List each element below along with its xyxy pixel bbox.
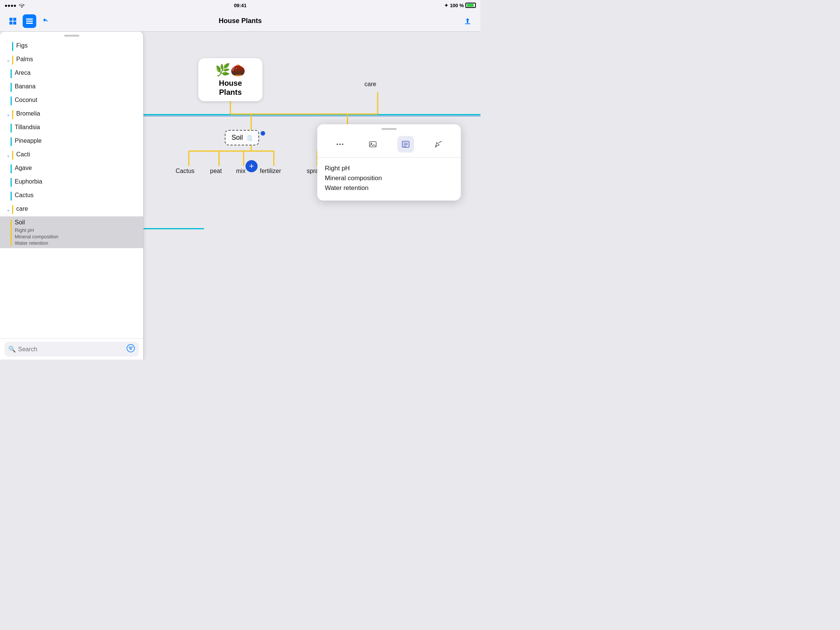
svg-point-29 bbox=[339, 144, 341, 145]
popup-text-button[interactable] bbox=[397, 136, 414, 153]
svg-rect-31 bbox=[369, 142, 376, 147]
areca-bar bbox=[11, 69, 12, 78]
svg-line-37 bbox=[439, 141, 442, 143]
sidebar-item-agave[interactable]: Agave bbox=[0, 162, 143, 175]
wifi-icon bbox=[19, 2, 25, 9]
coconut-label: Coconut bbox=[15, 96, 37, 104]
root-node[interactable]: 🌿🌰 HousePlants bbox=[198, 58, 262, 101]
soil-sub-3: Water retention bbox=[15, 240, 58, 246]
cactus-label: Cactus bbox=[15, 191, 34, 199]
canvas-area[interactable]: 🌿🌰 HousePlants care Soil 🗒️ + Watering C… bbox=[144, 32, 480, 360]
areca-label: Areca bbox=[15, 69, 31, 77]
search-icon: 🔍 bbox=[8, 346, 16, 353]
mix-child-label[interactable]: mix bbox=[236, 168, 245, 175]
cactus-bar bbox=[11, 191, 12, 201]
sidebar-panel: › Figs ⌄ Palms Areca Banana bbox=[0, 32, 144, 360]
soil-bar bbox=[11, 219, 12, 246]
sidebar-item-cactus[interactable]: Cactus bbox=[0, 189, 143, 203]
filter-icon[interactable] bbox=[126, 344, 135, 354]
fertilizer-child-label[interactable]: fertilizer bbox=[260, 168, 281, 175]
cyan-divider-top bbox=[144, 114, 480, 115]
sidebar-item-bromelia[interactable]: ⌄ Bromelia bbox=[0, 107, 143, 121]
bromelia-label: Bromelia bbox=[16, 110, 40, 118]
sidebar-item-cacti[interactable]: ⌄ Cacti bbox=[0, 148, 143, 162]
svg-point-30 bbox=[342, 144, 343, 145]
popup-handle bbox=[382, 128, 396, 130]
soil-sub-1: Right pH bbox=[15, 227, 58, 233]
svg-point-28 bbox=[336, 144, 338, 145]
grid-view-button[interactable] bbox=[6, 14, 20, 28]
sidebar-item-pineapple[interactable]: Pineapple bbox=[0, 135, 143, 148]
toolbar-right bbox=[461, 14, 474, 28]
main-content: › Figs ⌄ Palms Areca Banana bbox=[0, 32, 480, 360]
agave-bar bbox=[11, 164, 12, 174]
cyan-divider-bottom bbox=[144, 228, 204, 229]
root-label: HousePlants bbox=[204, 79, 256, 97]
popup-item-right-ph[interactable]: Right pH bbox=[325, 164, 453, 174]
sidebar-item-coconut[interactable]: Coconut bbox=[0, 94, 143, 107]
search-input[interactable] bbox=[18, 346, 124, 353]
svg-rect-2 bbox=[9, 22, 13, 25]
peat-child-label[interactable]: peat bbox=[210, 168, 222, 175]
palms-bar bbox=[12, 55, 13, 65]
sidebar-item-banana[interactable]: Banana bbox=[0, 81, 143, 94]
figs-label: Figs bbox=[16, 42, 28, 50]
search-bar: 🔍 bbox=[0, 338, 143, 360]
toolbar-title: House Plants bbox=[219, 17, 262, 25]
sidebar-item-tillandsia[interactable]: Tillandsia bbox=[0, 121, 143, 135]
soil-content: Soil Right pH Mineral composition Water … bbox=[15, 219, 58, 246]
bromelia-chevron[interactable]: ⌄ bbox=[5, 111, 12, 118]
tillandsia-bar bbox=[11, 123, 12, 133]
popup-more-button[interactable] bbox=[332, 136, 348, 153]
cacti-label: Cacti bbox=[16, 151, 30, 159]
soil-label: Soil bbox=[15, 219, 58, 227]
svg-rect-0 bbox=[9, 18, 13, 21]
care-node-label[interactable]: care bbox=[365, 81, 376, 88]
tillandsia-label: Tillandsia bbox=[15, 123, 40, 131]
popup-item-mineral[interactable]: Mineral composition bbox=[325, 174, 453, 183]
svg-rect-5 bbox=[26, 21, 33, 22]
sidebar-item-figs[interactable]: › Figs bbox=[0, 39, 143, 53]
care-label: care bbox=[16, 205, 28, 213]
soil-node[interactable]: Soil 🗒️ bbox=[225, 130, 259, 145]
popup-image-button[interactable] bbox=[365, 136, 381, 153]
add-child-button[interactable]: + bbox=[245, 160, 257, 172]
popup-toolbar bbox=[317, 133, 461, 158]
status-time: 09:41 bbox=[234, 3, 246, 8]
share-button[interactable] bbox=[461, 14, 474, 28]
pineapple-bar bbox=[11, 137, 12, 146]
status-right: ✦ 100 % bbox=[444, 3, 476, 8]
sidebar-item-care[interactable]: ⌄ care bbox=[0, 203, 143, 216]
care-chevron[interactable]: ⌄ bbox=[5, 206, 12, 213]
euphorbia-bar bbox=[11, 178, 12, 187]
cacti-chevron[interactable]: ⌄ bbox=[5, 152, 12, 159]
svg-rect-3 bbox=[13, 22, 16, 25]
palms-chevron[interactable]: ⌄ bbox=[5, 56, 12, 64]
cactus-child: Cactus bbox=[175, 168, 194, 174]
bluetooth-icon: ✦ bbox=[444, 3, 448, 8]
popup-style-button[interactable] bbox=[430, 136, 447, 153]
svg-rect-6 bbox=[26, 23, 33, 24]
sidebar-list[interactable]: › Figs ⌄ Palms Areca Banana bbox=[0, 38, 143, 338]
signal-icon: ●●●● bbox=[5, 3, 16, 8]
popup-content: Right pH Mineral composition Water reten… bbox=[317, 158, 461, 201]
sidebar-item-palms[interactable]: ⌄ Palms bbox=[0, 53, 143, 67]
blue-divider bbox=[144, 115, 480, 116]
cactus-child-label[interactable]: Cactus bbox=[175, 168, 194, 175]
sidebar-item-euphorbia[interactable]: Euphorbia bbox=[0, 175, 143, 189]
palms-label: Palms bbox=[16, 55, 33, 63]
sidebar-item-areca[interactable]: Areca bbox=[0, 67, 143, 81]
undo-button[interactable] bbox=[39, 14, 53, 28]
popup-panel: Right pH Mineral composition Water reten… bbox=[317, 124, 461, 201]
battery-icon bbox=[465, 3, 476, 8]
search-inner: 🔍 bbox=[5, 342, 139, 357]
list-view-button[interactable] bbox=[23, 14, 36, 28]
peat-child: peat bbox=[210, 168, 222, 174]
banana-label: Banana bbox=[15, 83, 35, 91]
status-bar: ●●●● 09:41 ✦ 100 % bbox=[0, 0, 480, 11]
svg-rect-4 bbox=[26, 19, 33, 20]
bromelia-bar bbox=[12, 110, 13, 119]
soil-sub-2: Mineral composition bbox=[15, 234, 58, 240]
sidebar-item-soil[interactable]: Soil Right pH Mineral composition Water … bbox=[0, 216, 143, 248]
popup-item-water[interactable]: Water retention bbox=[325, 183, 453, 193]
